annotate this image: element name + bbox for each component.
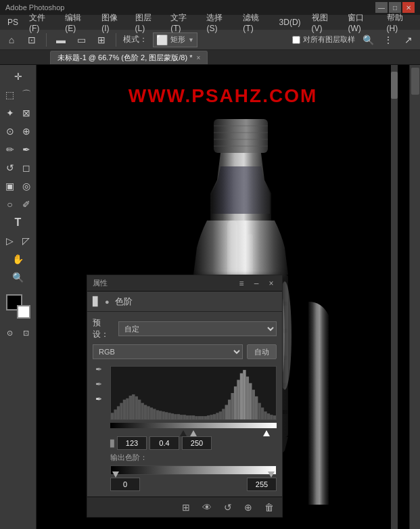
home-icon[interactable]: ⌂	[4, 32, 19, 47]
auto-button[interactable]: 自动	[247, 344, 277, 359]
channel-select[interactable]: RGB	[93, 344, 243, 359]
menu-select[interactable]: 选择(S)	[202, 11, 237, 34]
menu-help[interactable]: 帮助(H)	[382, 11, 418, 34]
all-layers-checkbox[interactable]	[292, 36, 300, 44]
mode-label: 模式：	[123, 34, 147, 45]
svg-rect-58	[237, 380, 239, 420]
panel-drag[interactable]: 属性	[93, 278, 236, 288]
svg-rect-32	[159, 411, 162, 419]
white-slider[interactable]	[263, 430, 270, 436]
tool-clone[interactable]: ✒	[18, 141, 34, 158]
tool-lasso[interactable]: ⌒	[18, 86, 34, 104]
zoom-icon[interactable]: 🔍	[360, 32, 375, 47]
svg-rect-43	[192, 415, 195, 419]
svg-rect-33	[162, 411, 164, 419]
menu-3d[interactable]: 3D(D)	[275, 16, 306, 28]
svg-rect-38	[177, 414, 180, 419]
output-white-input[interactable]	[247, 478, 277, 491]
tool-shape[interactable]: ◸	[18, 232, 34, 250]
tool-row-magic: ✦ ⊠	[2, 104, 34, 122]
tool-dodge[interactable]: ○	[2, 196, 18, 213]
input-slider-area[interactable]	[110, 423, 277, 434]
tool-path-select[interactable]: ▷	[2, 232, 18, 250]
export-icon[interactable]: ↗	[401, 32, 416, 47]
menu-text[interactable]: 文字(T)	[166, 11, 200, 34]
tool-crop[interactable]: ⊠	[18, 104, 34, 122]
mode-dropdown[interactable]: ⬜ 矩形 ▼	[153, 32, 197, 47]
tool-move[interactable]: ✛	[3, 68, 34, 85]
preset-select[interactable]: 自定	[118, 321, 277, 336]
tool-magic-wand[interactable]: ✦	[2, 104, 18, 122]
black-level-input[interactable]	[117, 436, 147, 450]
menu-layer[interactable]: 图层(L)	[131, 11, 165, 34]
active-tab[interactable]: 未标题-1 @ 66.7% (色阶 2, 图层蒙版/8) * ×	[50, 51, 208, 64]
svg-rect-34	[165, 412, 168, 419]
tool-text[interactable]: T	[3, 214, 34, 231]
svg-rect-57	[234, 386, 237, 419]
tool-brush[interactable]: ✏	[2, 141, 18, 158]
panel-expand-button[interactable]: ≡	[236, 278, 247, 289]
output-label: 输出色阶：	[110, 453, 277, 463]
menu-filter[interactable]: 滤镜(T)	[238, 11, 273, 34]
preset-row: 预设： 自定	[93, 317, 277, 340]
menu-view[interactable]: 视图(V)	[307, 11, 342, 34]
svg-rect-41	[186, 415, 189, 419]
output-black-slider[interactable]	[112, 472, 119, 478]
svg-rect-53	[222, 409, 225, 419]
tool-row-brush: ✏ ✒	[2, 141, 34, 158]
black-eyedropper-icon[interactable]: ✒	[93, 363, 105, 375]
menu-edit[interactable]: 编辑(E)	[60, 11, 95, 34]
settings-icon[interactable]: ⋮	[381, 32, 396, 47]
layers-panel-icon[interactable]: ⊞	[179, 501, 193, 514]
output-white-slider[interactable]	[268, 472, 275, 478]
rect-icon[interactable]: ▬	[53, 32, 68, 47]
color-swatch[interactable]	[6, 294, 30, 319]
white-eyedropper-icon[interactable]: ✒	[93, 393, 105, 405]
svg-rect-45	[198, 416, 201, 419]
tool-screenmode[interactable]: ⊡	[18, 324, 34, 342]
menu-image[interactable]: 图像(I)	[97, 11, 129, 34]
gray-eyedropper-icon[interactable]: ✒	[93, 378, 105, 390]
svg-rect-61	[246, 377, 249, 419]
panel-section-title: ▊ ● 色阶	[87, 292, 282, 312]
svg-rect-56	[231, 393, 233, 419]
scrollbar-vertical[interactable]	[391, 65, 398, 529]
rect2-icon[interactable]: ▭	[74, 32, 89, 47]
menu-window[interactable]: 窗口(W)	[343, 11, 380, 34]
tool-hand[interactable]: ✋	[3, 250, 34, 268]
right-panel-scroll[interactable]	[411, 68, 419, 95]
panel-close-button[interactable]: ×	[266, 278, 277, 289]
tool-history-brush[interactable]: ↺	[2, 159, 18, 177]
rect3-icon[interactable]: ⊞	[94, 32, 109, 47]
all-layers-checkbox-label[interactable]: 对所有图层取样	[292, 34, 355, 45]
black-slider[interactable]	[180, 430, 187, 436]
svg-rect-22	[129, 396, 132, 419]
output-black-input[interactable]	[110, 478, 140, 491]
levels-title: 色阶	[115, 296, 133, 308]
delete-icon[interactable]: 🗑	[262, 501, 277, 514]
visibility-icon[interactable]: 👁	[200, 501, 214, 514]
menu-file[interactable]: 文件(F)	[24, 11, 59, 34]
tool-eyedropper[interactable]: ⊙	[2, 122, 18, 140]
svg-rect-0	[214, 119, 268, 153]
channel-row: RGB 自动	[93, 344, 277, 359]
tool-quickmask[interactable]: ⊙	[2, 324, 18, 342]
divider	[46, 33, 47, 47]
tab-close-button[interactable]: ×	[196, 54, 200, 62]
white-level-input[interactable]	[182, 436, 212, 450]
panel-minimize-button[interactable]: –	[251, 278, 262, 289]
tool-gradient[interactable]: ▣	[2, 177, 18, 195]
tool-blur[interactable]: ◎	[18, 177, 34, 195]
tool-rect-select[interactable]: ⬚	[2, 86, 18, 104]
tool-heal[interactable]: ⊕	[18, 122, 34, 140]
tool-zoom[interactable]: 🔍	[3, 269, 34, 286]
select-mode-icon[interactable]: ⊡	[24, 32, 39, 47]
mask-icon[interactable]: ⊕	[241, 501, 255, 514]
tool-eraser[interactable]: ◻	[18, 159, 34, 177]
mid-level-input[interactable]	[149, 436, 179, 450]
mid-slider[interactable]	[190, 430, 197, 436]
reset-icon[interactable]: ↺	[221, 501, 235, 514]
svg-rect-63	[252, 390, 255, 419]
tool-pen[interactable]: ✐	[18, 196, 34, 213]
menu-ps[interactable]: PS	[3, 16, 23, 28]
